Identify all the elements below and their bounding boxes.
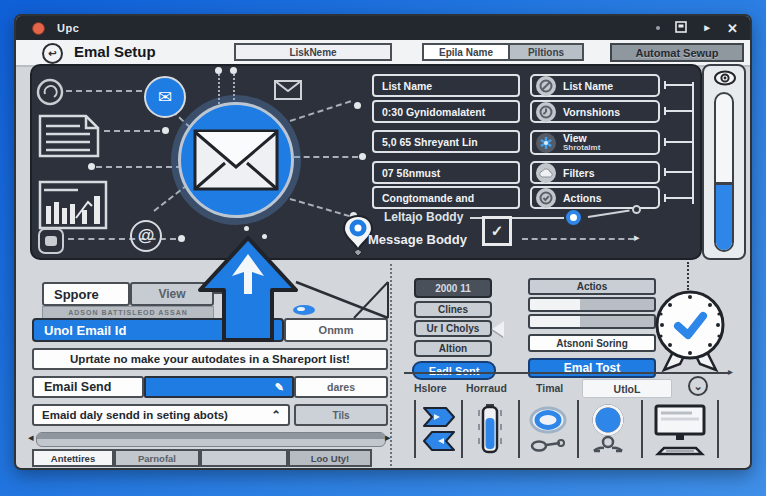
bottom-tab-parnofal[interactable]: Parnofal xyxy=(114,449,200,467)
list-box[interactable]: 07 5ßnmust xyxy=(372,161,520,184)
eye-icon xyxy=(713,70,737,90)
email-id-label: Unol Email Id xyxy=(44,323,126,338)
vertical-slider[interactable] xyxy=(714,92,734,252)
badge-dotted-line xyxy=(687,262,689,290)
close-icon[interactable]: ✕ xyxy=(727,22,738,35)
menu-item-versions[interactable]: Vornshions xyxy=(530,100,660,123)
daily-send-label: Emaid daly sendd in seting abots) xyxy=(42,409,228,421)
bracket-tick xyxy=(664,171,692,173)
strip-divider xyxy=(577,400,579,458)
connector-dot xyxy=(178,235,185,242)
flow-node xyxy=(632,205,641,214)
connector-line xyxy=(104,130,160,132)
strip-divider xyxy=(641,400,643,458)
email-name-tab[interactable]: Epila Name xyxy=(422,43,508,61)
window-controls: ► ✕ xyxy=(656,16,738,40)
lens-spoon-icon[interactable] xyxy=(526,404,570,460)
connector-dot xyxy=(359,153,366,160)
auto-setup-button[interactable]: Automat Sewup xyxy=(610,43,744,62)
rounded-square-icon xyxy=(38,228,64,254)
battery-level-icon[interactable] xyxy=(474,402,506,460)
monitor-icon[interactable] xyxy=(652,404,708,460)
pencil-icon[interactable]: ✎ xyxy=(275,381,284,394)
bar-chart-icon xyxy=(38,180,108,234)
page-title: Emal Setup xyxy=(74,43,156,60)
tab-sppore[interactable]: Sppore xyxy=(42,282,130,306)
empty-row[interactable] xyxy=(528,297,656,312)
envelope-outline-icon xyxy=(274,80,302,104)
list-box[interactable]: 5,0 65 Shreyant Lin xyxy=(372,130,520,153)
email-test-button[interactable]: Emal Tost xyxy=(528,358,656,378)
chevron-down-circle-icon[interactable]: ⌄ xyxy=(688,376,708,396)
mail-circle-icon: ✉ xyxy=(144,76,186,118)
titlebar: Upc ► ✕ xyxy=(16,16,750,40)
menu-item-filters[interactable]: Filters xyxy=(530,161,660,184)
daily-send-field[interactable]: Emaid daly sendd in seting abots) ⌃ xyxy=(32,404,290,426)
connector-dot xyxy=(354,102,361,109)
arrow-right-icon: ▸ xyxy=(728,366,733,377)
attachment-box[interactable]: Atsnoni Soring xyxy=(528,334,656,352)
maximize-icon[interactable] xyxy=(675,21,687,35)
arrow-right-icon: ▸ xyxy=(634,231,640,244)
flow-dashed-line xyxy=(522,238,634,240)
document-icon xyxy=(38,114,100,162)
list-box[interactable]: Congtomande and xyxy=(372,186,520,209)
utlol-box[interactable]: UtloL xyxy=(582,379,672,398)
actios-box[interactable]: Actios xyxy=(528,278,656,295)
chevron-up-icon[interactable]: ⌃ xyxy=(271,408,281,422)
menu-item-view[interactable]: View Shrotalmt xyxy=(530,130,660,155)
swirl-icon xyxy=(36,78,64,110)
filters-tab[interactable]: Piltions xyxy=(508,43,584,61)
checkbox[interactable]: ✓ xyxy=(482,216,512,246)
app-dot-icon xyxy=(32,22,45,35)
menu-item-list-name[interactable]: List Name xyxy=(530,74,660,97)
arrow-left-icon[interactable]: ◂ xyxy=(28,431,34,444)
bracket-tick xyxy=(664,138,666,146)
strip-divider xyxy=(414,400,416,458)
button-clines[interactable]: Clines xyxy=(414,301,492,318)
daily-send-value[interactable]: Tils xyxy=(294,404,388,426)
menu-item-label: Actions xyxy=(563,192,602,204)
flow-node[interactable] xyxy=(566,210,581,225)
eadl-sont-button[interactable]: Eadl Sont xyxy=(412,361,496,380)
at-icon: @ xyxy=(130,220,162,252)
scrollbar-thumb[interactable] xyxy=(37,433,385,439)
menu-item-label: Vornshions xyxy=(563,106,620,118)
button-2000[interactable]: 2000 11 xyxy=(414,278,492,298)
bracket-tick xyxy=(664,197,692,199)
user-camera-icon[interactable] xyxy=(584,404,632,460)
minimize-icon[interactable] xyxy=(656,26,660,30)
footer-label-hslore: Hslore xyxy=(414,382,447,394)
bottom-tab-empty[interactable] xyxy=(200,449,288,467)
link-name-button[interactable]: LiskNeme xyxy=(234,43,392,61)
menu-item-sublabel: Shrotalmt xyxy=(563,144,600,152)
play-icon[interactable]: ► xyxy=(702,23,712,33)
menu-item-label: Filters xyxy=(563,167,595,179)
strip-divider xyxy=(518,400,520,458)
connector-dot xyxy=(215,67,222,74)
back-icon[interactable]: ↩ xyxy=(42,43,63,64)
bottom-tab-loo-uty[interactable]: Loo Uty! xyxy=(288,449,372,467)
email-send-field[interactable]: ✎ xyxy=(144,376,294,398)
menu-item-actions[interactable]: Actions xyxy=(530,186,660,209)
notch-arrow-icon xyxy=(492,321,504,337)
flow-line xyxy=(588,209,630,218)
bracket-tick xyxy=(664,81,666,89)
check-circle-icon xyxy=(536,188,556,208)
empty-row[interactable] xyxy=(528,314,656,329)
email-send-value[interactable]: dares xyxy=(294,376,388,398)
button-altion[interactable]: Altion xyxy=(414,340,492,357)
cloud-icon xyxy=(536,163,556,183)
list-box[interactable]: 0:30 Gynidomalatent xyxy=(372,100,520,123)
recycle-arrows-icon[interactable] xyxy=(420,404,458,460)
window-title: Upc xyxy=(57,22,79,34)
list-box[interactable]: List Name xyxy=(372,74,520,97)
diagram-panel: ✉ @ List Name 0:30 Gynidomalatent 5,0 65… xyxy=(30,64,702,260)
horizontal-scrollbar[interactable] xyxy=(36,432,386,447)
connector-line xyxy=(290,198,350,217)
bracket-tick xyxy=(664,168,666,176)
bracket-tick xyxy=(664,110,692,112)
bottom-tab-antettires[interactable]: Antettires xyxy=(32,449,114,467)
button-ur-cholys[interactable]: Ur I Cholys xyxy=(414,320,492,337)
flow-arrow-line xyxy=(404,372,730,374)
